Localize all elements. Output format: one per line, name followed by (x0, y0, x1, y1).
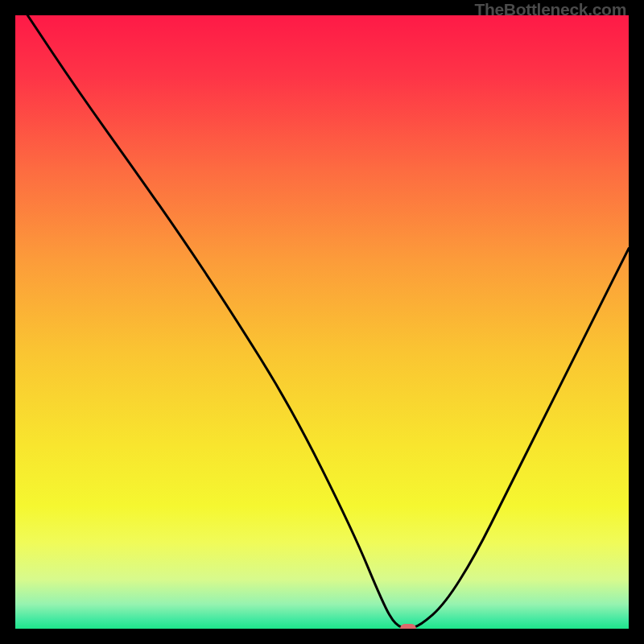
plot-area (15, 15, 629, 629)
optimal-marker (400, 624, 416, 629)
bottleneck-curve (15, 15, 629, 629)
chart-frame: TheBottleneck.com (0, 0, 644, 644)
watermark-text: TheBottleneck.com (474, 0, 626, 19)
